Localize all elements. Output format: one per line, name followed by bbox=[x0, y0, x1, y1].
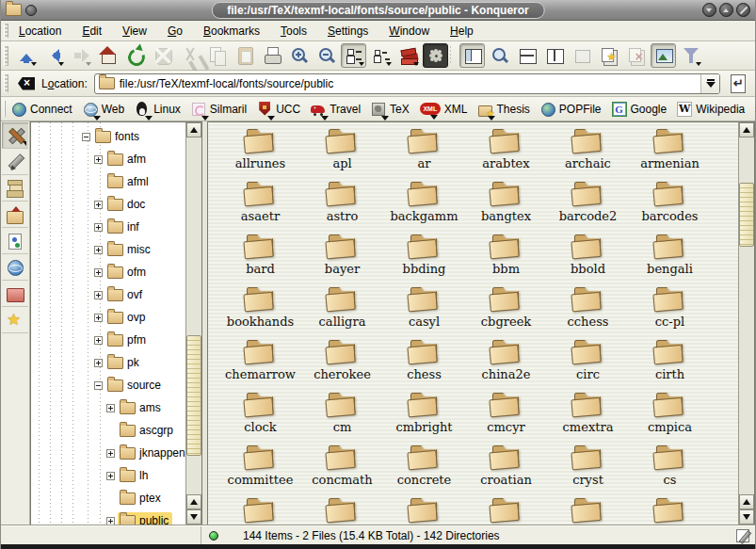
folder-item[interactable]: cmextra bbox=[547, 391, 629, 444]
gear-button[interactable] bbox=[423, 43, 448, 68]
bookmark-overflow-chevron[interactable]: » bbox=[749, 102, 756, 116]
folder-item[interactable]: circ bbox=[547, 338, 629, 391]
bookmarks-books-button[interactable] bbox=[395, 43, 421, 68]
tree-expander-icon[interactable] bbox=[94, 268, 103, 277]
bookmark-wikipedia[interactable]: W Wikipedia bbox=[676, 100, 746, 119]
up-button[interactable] bbox=[13, 43, 39, 68]
menu-item[interactable]: View bbox=[121, 23, 149, 40]
close-tab-button[interactable] bbox=[623, 43, 649, 68]
folder-item[interactable]: chemarrow bbox=[219, 338, 301, 391]
main-scrollbar[interactable] bbox=[738, 122, 754, 525]
bookmark-thesis[interactable]: Thesis bbox=[476, 100, 530, 119]
folder-item[interactable]: asaetr bbox=[219, 180, 301, 233]
bookmark-xml[interactable]: XML XML bbox=[419, 101, 469, 118]
folder-item[interactable]: barcode2 bbox=[547, 180, 629, 233]
menu-item[interactable]: Go bbox=[166, 23, 185, 40]
list-view-button[interactable] bbox=[368, 43, 394, 68]
go-button[interactable] bbox=[727, 73, 749, 94]
bookmark-connect[interactable]: Connect bbox=[10, 100, 73, 119]
zoom-out-button[interactable] bbox=[314, 43, 339, 68]
tree-scroll-down-icon[interactable] bbox=[186, 509, 201, 525]
menu-item[interactable]: Window bbox=[387, 23, 431, 40]
navigation-panel-toggle[interactable] bbox=[459, 43, 485, 68]
location-dropdown-icon[interactable] bbox=[700, 74, 719, 93]
bookmark-popfile[interactable]: POPFile bbox=[539, 100, 603, 119]
main-scroll-up-icon[interactable] bbox=[739, 122, 754, 137]
home-button[interactable] bbox=[95, 43, 121, 68]
tree-item-pk[interactable]: pk bbox=[31, 351, 185, 374]
bookmark-silmaril[interactable]: Silmaril bbox=[190, 100, 248, 119]
tree-scrollbar[interactable] bbox=[185, 122, 201, 525]
folder-item[interactable]: cbgreek bbox=[465, 285, 547, 338]
folder-item[interactable]: cryst bbox=[547, 444, 629, 496]
folder-item[interactable] bbox=[383, 496, 465, 525]
folder-item[interactable]: concrete bbox=[383, 444, 465, 496]
close-button[interactable] bbox=[736, 3, 750, 17]
tree-item-jknappen[interactable]: jknappen bbox=[31, 442, 185, 464]
folder-item[interactable]: cchess bbox=[547, 285, 629, 338]
paste-button[interactable] bbox=[232, 43, 257, 68]
tree-expander-icon[interactable] bbox=[94, 359, 103, 367]
sidebar-config-button[interactable] bbox=[2, 122, 28, 149]
copy-button[interactable] bbox=[204, 43, 230, 68]
folder-item[interactable]: bayer bbox=[301, 233, 383, 285]
folder-item[interactable]: allrunes bbox=[219, 127, 301, 180]
folder-item[interactable]: croatian bbox=[465, 444, 547, 496]
tree-item-ovf[interactable]: ovf bbox=[31, 283, 185, 306]
tree-expander-icon[interactable] bbox=[94, 336, 103, 345]
sidebar-services-tab[interactable] bbox=[2, 228, 28, 254]
folder-item[interactable]: cc-pl bbox=[629, 285, 711, 338]
tree-item-source[interactable]: source bbox=[31, 374, 185, 396]
folder-item[interactable]: bbm bbox=[465, 233, 547, 285]
folder-item[interactable] bbox=[547, 496, 629, 525]
menu-item[interactable]: Edit bbox=[80, 23, 104, 40]
menu-item[interactable]: Settings bbox=[326, 23, 370, 40]
folder-item[interactable]: backgamm bbox=[383, 180, 465, 233]
tree-item-ofm[interactable]: ofm bbox=[31, 261, 185, 283]
tree-item-afml[interactable]: afml bbox=[31, 170, 185, 193]
folder-item[interactable]: ar bbox=[383, 127, 465, 180]
tree-scroll-up-icon[interactable] bbox=[186, 122, 201, 137]
tree-expander-icon[interactable] bbox=[94, 155, 103, 164]
tree-expander-icon[interactable] bbox=[106, 449, 115, 458]
cut-button[interactable] bbox=[177, 43, 202, 68]
image-gallery-button[interactable] bbox=[651, 43, 676, 68]
print-button[interactable] bbox=[259, 43, 284, 68]
sidebar-bookmarks-tab[interactable] bbox=[2, 307, 28, 333]
tree-expander-icon[interactable] bbox=[94, 223, 103, 232]
tree-expander-icon[interactable] bbox=[94, 246, 103, 254]
tree-item-fonts[interactable]: fonts bbox=[31, 125, 185, 148]
tree-expander-icon[interactable] bbox=[106, 472, 115, 480]
folder-item[interactable]: concmath bbox=[301, 444, 383, 496]
new-tab-button[interactable] bbox=[596, 43, 621, 68]
folder-item[interactable]: archaic bbox=[547, 127, 629, 180]
clear-location-icon[interactable] bbox=[18, 77, 35, 90]
folder-item[interactable]: arabtex bbox=[465, 127, 547, 180]
bookmarkbar-handle[interactable] bbox=[4, 101, 6, 118]
tree-item-afm[interactable]: afm bbox=[31, 148, 185, 170]
tree-expander-icon[interactable] bbox=[94, 201, 103, 209]
folder-item[interactable]: cirth bbox=[629, 338, 711, 391]
folder-item[interactable]: casyl bbox=[383, 285, 465, 338]
tree-item-public[interactable]: public bbox=[31, 509, 185, 525]
tree-item-ascgrp[interactable]: ascgrp bbox=[31, 419, 185, 442]
find-button[interactable] bbox=[487, 43, 512, 68]
folder-item[interactable]: apl bbox=[301, 127, 383, 180]
zoom-in-button[interactable] bbox=[286, 43, 312, 68]
reload-button[interactable] bbox=[122, 43, 148, 68]
main-scroll-thumb[interactable] bbox=[739, 183, 754, 247]
tree-expander-icon[interactable] bbox=[82, 133, 90, 141]
folder-item[interactable]: chess bbox=[383, 338, 465, 391]
split-view-horizontal-button[interactable] bbox=[514, 43, 539, 68]
tree-expander-icon[interactable] bbox=[94, 381, 103, 390]
bookmark-web[interactable]: Web bbox=[82, 100, 125, 119]
tree-expander-icon[interactable] bbox=[106, 517, 115, 525]
bookmark-tex[interactable]: TeX bbox=[370, 100, 410, 119]
tree-scroll-thumb[interactable] bbox=[186, 335, 201, 456]
split-view-vertical-button[interactable] bbox=[541, 43, 567, 68]
tree-item-ams[interactable]: ams bbox=[31, 396, 185, 419]
folder-item[interactable]: astro bbox=[301, 180, 383, 233]
folder-item[interactable] bbox=[301, 496, 383, 525]
sidebar-pen-tab[interactable] bbox=[2, 149, 28, 175]
main-scroll-up2-icon[interactable] bbox=[739, 494, 754, 509]
